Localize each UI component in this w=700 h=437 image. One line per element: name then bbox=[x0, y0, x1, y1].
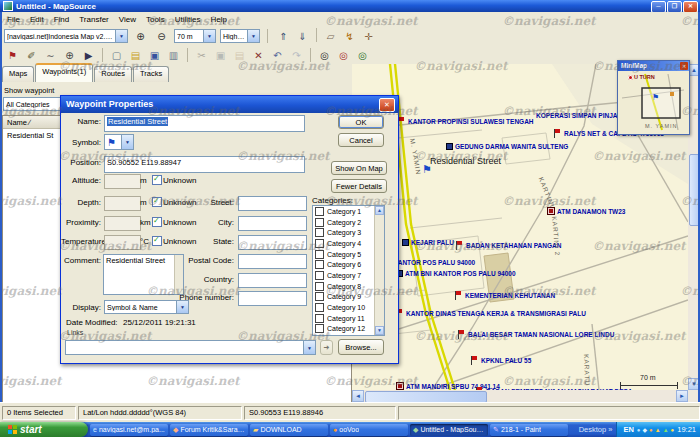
pan-tool-icon[interactable]: ✛ bbox=[360, 28, 377, 44]
zoom-in-icon[interactable]: ⊕ bbox=[132, 28, 149, 44]
antivirus-icon[interactable]: ● bbox=[671, 427, 675, 433]
ok-button[interactable]: OK bbox=[338, 115, 384, 129]
browse-button[interactable]: Browse... bbox=[338, 339, 384, 355]
task-oovoo[interactable]: ●ooVoo bbox=[330, 424, 408, 436]
redo-icon[interactable]: ↷ bbox=[288, 47, 305, 63]
menu-help[interactable]: Help bbox=[205, 14, 231, 25]
task-forum[interactable]: ◆Forum Kritik&Saran ... bbox=[170, 424, 248, 436]
menu-edit[interactable]: Edit bbox=[25, 14, 49, 25]
menu-view[interactable]: View bbox=[114, 14, 141, 25]
tab-routes[interactable]: Routes bbox=[94, 66, 132, 82]
category-checkbox[interactable] bbox=[315, 271, 324, 280]
cancel-button[interactable]: Cancel bbox=[338, 133, 384, 147]
category-checkbox[interactable] bbox=[315, 303, 324, 312]
menu-file[interactable]: File bbox=[2, 14, 25, 25]
category-checkbox[interactable] bbox=[315, 207, 324, 216]
nvidia-icon[interactable]: ▲ bbox=[663, 427, 669, 433]
scroll-left-icon[interactable]: ◄ bbox=[352, 390, 364, 402]
menu-transfer[interactable]: Transfer bbox=[74, 14, 114, 25]
find-recent-icon[interactable]: ◎ bbox=[354, 47, 371, 63]
track-tool-icon[interactable]: ∼ bbox=[42, 47, 59, 63]
category-checkbox[interactable] bbox=[315, 314, 324, 323]
route-tool-icon[interactable]: ✐ bbox=[23, 47, 40, 63]
update-icon[interactable]: ● bbox=[649, 427, 653, 433]
copy-icon[interactable]: ▣ bbox=[212, 47, 229, 63]
task-download[interactable]: ▰DOWNLOAD bbox=[250, 424, 328, 436]
name-field[interactable]: Residential Street bbox=[104, 115, 305, 132]
postal-code-field[interactable] bbox=[238, 254, 307, 269]
altitude-field[interactable] bbox=[104, 174, 141, 189]
position-field[interactable]: S0.90552 E119.88947 bbox=[104, 156, 305, 173]
delete-icon[interactable]: ✕ bbox=[250, 47, 267, 63]
language-indicator[interactable]: EN bbox=[623, 425, 633, 434]
street-field[interactable] bbox=[238, 196, 307, 211]
clock[interactable]: 19:21 bbox=[677, 425, 696, 434]
send-to-device-icon[interactable]: ⇑ bbox=[275, 28, 292, 44]
scale-combo[interactable]: 70 m ▼ bbox=[174, 29, 216, 43]
category-checkbox[interactable] bbox=[315, 250, 324, 259]
fewer-details-button[interactable]: Fewer Details bbox=[331, 179, 387, 193]
scroll-down-icon[interactable]: ▼ bbox=[688, 378, 700, 390]
categories-list[interactable]: Category 1Category 2Category 3Category 4… bbox=[312, 205, 385, 336]
close-icon[interactable]: ✕ bbox=[680, 62, 688, 70]
horizontal-scrollbar[interactable]: ◄ ► bbox=[352, 390, 688, 402]
category-checkbox[interactable] bbox=[315, 218, 324, 227]
save-file-icon[interactable]: ▣ bbox=[146, 47, 163, 63]
tab-waypoints1[interactable]: Waypoints(1) bbox=[35, 63, 93, 82]
display-combo[interactable]: Symbol & Name ▼ bbox=[104, 300, 189, 314]
phone-number-field[interactable] bbox=[238, 291, 307, 306]
messenger-icon[interactable]: ● bbox=[637, 427, 641, 433]
dialog-titlebar[interactable]: Waypoint Properties bbox=[61, 96, 398, 113]
category-checkbox[interactable] bbox=[315, 324, 324, 333]
tab-tracks[interactable]: Tracks bbox=[133, 66, 169, 82]
find-icon[interactable]: ◎ bbox=[316, 47, 333, 63]
print-icon[interactable]: ▥ bbox=[165, 47, 182, 63]
menu-utilities[interactable]: Utilities bbox=[170, 14, 206, 25]
symbol-combo[interactable]: ⚑ ▼ bbox=[104, 134, 134, 150]
detail-combo[interactable]: Highest ▼ bbox=[220, 29, 260, 43]
product-combo[interactable]: [navigasi.net]Indonesia Map v2.18 NT (fr… bbox=[4, 29, 128, 43]
paste-icon[interactable]: ▤ bbox=[231, 47, 248, 63]
scroll-right-icon[interactable]: ► bbox=[676, 390, 688, 402]
show-on-map-button[interactable]: Show On Map bbox=[331, 161, 387, 175]
categories-scrollbar[interactable]: ▲ ▼ bbox=[374, 206, 384, 335]
file-url-combo[interactable]: ▼ bbox=[65, 340, 316, 355]
category-checkbox[interactable] bbox=[315, 260, 324, 269]
scrollbar-thumb[interactable] bbox=[689, 154, 700, 226]
tab-maps[interactable]: Maps bbox=[2, 66, 34, 82]
state-field[interactable] bbox=[238, 235, 307, 250]
dialog-close-icon[interactable]: ✕ bbox=[379, 98, 395, 112]
waypoint-flag-icon[interactable]: ⚑ bbox=[422, 164, 432, 174]
undo-icon[interactable]: ↶ bbox=[269, 47, 286, 63]
distance-bearing-icon[interactable]: ↯ bbox=[341, 28, 358, 44]
menu-tools[interactable]: Tools bbox=[141, 14, 170, 25]
start-button[interactable]: start bbox=[0, 422, 88, 437]
map-detail-icon[interactable]: ▱ bbox=[322, 28, 339, 44]
selection-tool-icon[interactable]: ▶ bbox=[80, 47, 97, 63]
scroll-up-icon[interactable]: ▲ bbox=[375, 206, 384, 215]
waypoint-tool-icon[interactable]: ⚑ bbox=[4, 47, 21, 63]
altitude-unknown-checkbox[interactable] bbox=[152, 175, 162, 185]
zoom-out-icon[interactable]: ⊖ bbox=[153, 28, 170, 44]
category-checkbox[interactable] bbox=[315, 228, 324, 237]
zoom-tool-icon[interactable]: ⊕ bbox=[61, 47, 78, 63]
receive-from-device-icon[interactable]: ⇓ bbox=[294, 28, 311, 44]
city-field[interactable] bbox=[238, 216, 307, 231]
category-checkbox[interactable] bbox=[315, 239, 324, 248]
new-file-icon[interactable]: ▢ bbox=[108, 47, 125, 63]
volume-icon[interactable]: ◆ bbox=[642, 427, 647, 433]
security-shield-icon[interactable]: ▲ bbox=[655, 427, 661, 433]
window-titlebar[interactable]: Untitled - MapSource ─ ❐ ✕ bbox=[0, 0, 700, 12]
task-mapsource[interactable]: ◆Untitled - MapSource bbox=[410, 424, 488, 436]
category-checkbox[interactable] bbox=[315, 292, 324, 301]
minimap-panel[interactable]: MiniMap ✕ U TURN ⚑ M. YAMIN bbox=[617, 60, 690, 135]
menu-find[interactable]: Find bbox=[49, 14, 75, 25]
scroll-down-icon[interactable]: ▼ bbox=[375, 326, 384, 335]
task-paint[interactable]: ✎218-1 - Paint bbox=[490, 424, 568, 436]
country-field[interactable] bbox=[238, 273, 307, 288]
cut-icon[interactable]: ✂ bbox=[193, 47, 210, 63]
category-checkbox[interactable] bbox=[315, 282, 324, 291]
open-link-button[interactable]: ➜ bbox=[320, 340, 333, 355]
open-file-icon[interactable]: ▤ bbox=[127, 47, 144, 63]
find-nearest-icon[interactable]: ◎ bbox=[335, 47, 352, 63]
